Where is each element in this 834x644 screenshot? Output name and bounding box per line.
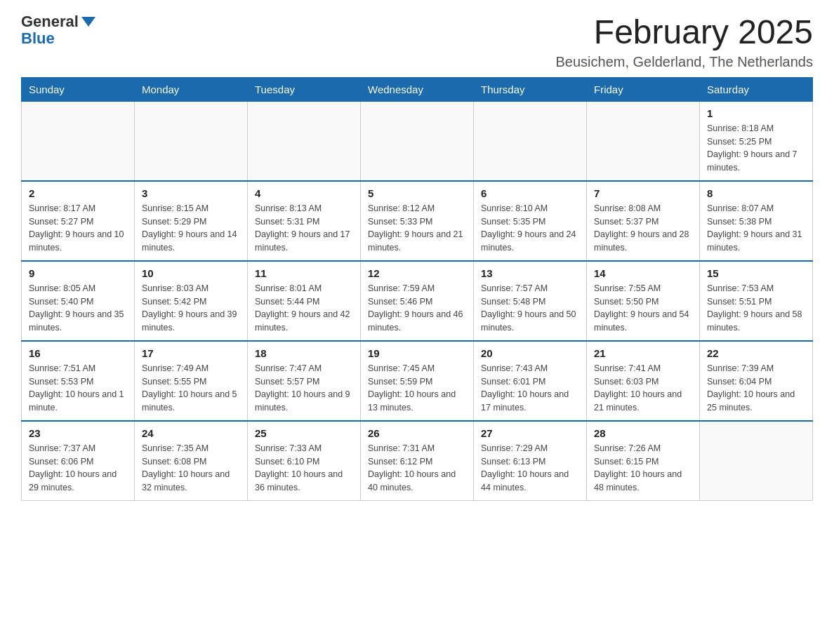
weekday-header-saturday: Saturday: [700, 77, 813, 101]
day-number: 24: [142, 427, 240, 439]
day-number: 20: [481, 347, 579, 359]
calendar-cell: 12Sunrise: 7:59 AMSunset: 5:46 PMDayligh…: [361, 261, 474, 341]
day-number: 27: [481, 427, 579, 439]
day-detail: Sunrise: 8:10 AMSunset: 5:35 PMDaylight:…: [481, 202, 579, 255]
day-detail: Sunrise: 7:45 AMSunset: 5:59 PMDaylight:…: [368, 362, 466, 415]
day-detail: Sunrise: 7:39 AMSunset: 6:04 PMDaylight:…: [707, 362, 805, 415]
logo-general-text: General: [21, 14, 79, 29]
day-detail: Sunrise: 7:26 AMSunset: 6:15 PMDaylight:…: [594, 442, 692, 495]
day-number: 12: [368, 267, 466, 279]
day-number: 11: [255, 267, 353, 279]
page-header: General Blue February 2025 Beusichem, Ge…: [21, 14, 813, 70]
day-detail: Sunrise: 8:13 AMSunset: 5:31 PMDaylight:…: [255, 202, 353, 255]
title-section: February 2025 Beusichem, Gelderland, The…: [555, 14, 813, 70]
calendar-cell: 13Sunrise: 7:57 AMSunset: 5:48 PMDayligh…: [474, 261, 587, 341]
day-detail: Sunrise: 7:57 AMSunset: 5:48 PMDaylight:…: [481, 282, 579, 335]
logo-triangle-icon: [81, 17, 95, 27]
calendar-cell: 8Sunrise: 8:07 AMSunset: 5:38 PMDaylight…: [700, 181, 813, 261]
calendar-cell: [135, 101, 248, 181]
calendar-cell: 10Sunrise: 8:03 AMSunset: 5:42 PMDayligh…: [135, 261, 248, 341]
calendar-cell: 25Sunrise: 7:33 AMSunset: 6:10 PMDayligh…: [248, 421, 361, 501]
day-number: 1: [707, 107, 805, 119]
day-detail: Sunrise: 7:37 AMSunset: 6:06 PMDaylight:…: [29, 442, 127, 495]
day-number: 21: [594, 347, 692, 359]
day-detail: Sunrise: 7:55 AMSunset: 5:50 PMDaylight:…: [594, 282, 692, 335]
weekday-header-monday: Monday: [135, 77, 248, 101]
day-detail: Sunrise: 8:01 AMSunset: 5:44 PMDaylight:…: [255, 282, 353, 335]
calendar-cell: 21Sunrise: 7:41 AMSunset: 6:03 PMDayligh…: [587, 341, 700, 421]
day-number: 4: [255, 187, 353, 199]
calendar-cell: 15Sunrise: 7:53 AMSunset: 5:51 PMDayligh…: [700, 261, 813, 341]
calendar-cell: 7Sunrise: 8:08 AMSunset: 5:37 PMDaylight…: [587, 181, 700, 261]
calendar-cell: 2Sunrise: 8:17 AMSunset: 5:27 PMDaylight…: [22, 181, 135, 261]
day-number: 10: [142, 267, 240, 279]
day-detail: Sunrise: 8:15 AMSunset: 5:29 PMDaylight:…: [142, 202, 240, 255]
calendar-week-2: 2Sunrise: 8:17 AMSunset: 5:27 PMDaylight…: [22, 181, 813, 261]
calendar-cell: 23Sunrise: 7:37 AMSunset: 6:06 PMDayligh…: [22, 421, 135, 501]
day-detail: Sunrise: 7:29 AMSunset: 6:13 PMDaylight:…: [481, 442, 579, 495]
calendar-week-4: 16Sunrise: 7:51 AMSunset: 5:53 PMDayligh…: [22, 341, 813, 421]
day-detail: Sunrise: 7:33 AMSunset: 6:10 PMDaylight:…: [255, 442, 353, 495]
day-detail: Sunrise: 8:18 AMSunset: 5:25 PMDaylight:…: [707, 122, 805, 175]
day-number: 9: [29, 267, 127, 279]
calendar-cell: 4Sunrise: 8:13 AMSunset: 5:31 PMDaylight…: [248, 181, 361, 261]
calendar-cell: 1Sunrise: 8:18 AMSunset: 5:25 PMDaylight…: [700, 101, 813, 181]
day-number: 23: [29, 427, 127, 439]
day-detail: Sunrise: 8:07 AMSunset: 5:38 PMDaylight:…: [707, 202, 805, 255]
day-number: 15: [707, 267, 805, 279]
day-detail: Sunrise: 7:31 AMSunset: 6:12 PMDaylight:…: [368, 442, 466, 495]
weekday-header-thursday: Thursday: [474, 77, 587, 101]
calendar-cell: [22, 101, 135, 181]
day-detail: Sunrise: 7:53 AMSunset: 5:51 PMDaylight:…: [707, 282, 805, 335]
day-detail: Sunrise: 8:05 AMSunset: 5:40 PMDaylight:…: [29, 282, 127, 335]
calendar-cell: 22Sunrise: 7:39 AMSunset: 6:04 PMDayligh…: [700, 341, 813, 421]
day-number: 18: [255, 347, 353, 359]
calendar-cell: [700, 421, 813, 501]
day-detail: Sunrise: 8:03 AMSunset: 5:42 PMDaylight:…: [142, 282, 240, 335]
calendar-cell: 16Sunrise: 7:51 AMSunset: 5:53 PMDayligh…: [22, 341, 135, 421]
calendar-week-1: 1Sunrise: 8:18 AMSunset: 5:25 PMDaylight…: [22, 101, 813, 181]
calendar-cell: 11Sunrise: 8:01 AMSunset: 5:44 PMDayligh…: [248, 261, 361, 341]
calendar-table: SundayMondayTuesdayWednesdayThursdayFrid…: [21, 77, 813, 501]
calendar-cell: 20Sunrise: 7:43 AMSunset: 6:01 PMDayligh…: [474, 341, 587, 421]
day-number: 8: [707, 187, 805, 199]
month-title: February 2025: [555, 14, 813, 51]
calendar-week-3: 9Sunrise: 8:05 AMSunset: 5:40 PMDaylight…: [22, 261, 813, 341]
calendar-cell: [361, 101, 474, 181]
day-detail: Sunrise: 7:41 AMSunset: 6:03 PMDaylight:…: [594, 362, 692, 415]
day-number: 22: [707, 347, 805, 359]
weekday-header-friday: Friday: [587, 77, 700, 101]
day-number: 6: [481, 187, 579, 199]
calendar-cell: 28Sunrise: 7:26 AMSunset: 6:15 PMDayligh…: [587, 421, 700, 501]
weekday-header-tuesday: Tuesday: [248, 77, 361, 101]
day-detail: Sunrise: 7:35 AMSunset: 6:08 PMDaylight:…: [142, 442, 240, 495]
calendar-cell: 6Sunrise: 8:10 AMSunset: 5:35 PMDaylight…: [474, 181, 587, 261]
day-number: 2: [29, 187, 127, 199]
calendar-cell: 18Sunrise: 7:47 AMSunset: 5:57 PMDayligh…: [248, 341, 361, 421]
calendar-cell: [587, 101, 700, 181]
day-number: 3: [142, 187, 240, 199]
calendar-cell: 26Sunrise: 7:31 AMSunset: 6:12 PMDayligh…: [361, 421, 474, 501]
day-detail: Sunrise: 8:17 AMSunset: 5:27 PMDaylight:…: [29, 202, 127, 255]
calendar-cell: 17Sunrise: 7:49 AMSunset: 5:55 PMDayligh…: [135, 341, 248, 421]
day-detail: Sunrise: 7:59 AMSunset: 5:46 PMDaylight:…: [368, 282, 466, 335]
day-detail: Sunrise: 7:47 AMSunset: 5:57 PMDaylight:…: [255, 362, 353, 415]
day-number: 28: [594, 427, 692, 439]
weekday-header-wednesday: Wednesday: [361, 77, 474, 101]
calendar-cell: [248, 101, 361, 181]
day-detail: Sunrise: 8:08 AMSunset: 5:37 PMDaylight:…: [594, 202, 692, 255]
logo: General Blue: [21, 14, 95, 46]
location-subtitle: Beusichem, Gelderland, The Netherlands: [555, 54, 813, 70]
weekday-header-sunday: Sunday: [22, 77, 135, 101]
logo-blue-text: Blue: [21, 31, 55, 46]
day-detail: Sunrise: 8:12 AMSunset: 5:33 PMDaylight:…: [368, 202, 466, 255]
day-number: 25: [255, 427, 353, 439]
day-detail: Sunrise: 7:51 AMSunset: 5:53 PMDaylight:…: [29, 362, 127, 415]
day-number: 19: [368, 347, 466, 359]
day-number: 5: [368, 187, 466, 199]
day-number: 26: [368, 427, 466, 439]
day-detail: Sunrise: 7:49 AMSunset: 5:55 PMDaylight:…: [142, 362, 240, 415]
calendar-cell: 3Sunrise: 8:15 AMSunset: 5:29 PMDaylight…: [135, 181, 248, 261]
day-number: 7: [594, 187, 692, 199]
calendar-week-5: 23Sunrise: 7:37 AMSunset: 6:06 PMDayligh…: [22, 421, 813, 501]
